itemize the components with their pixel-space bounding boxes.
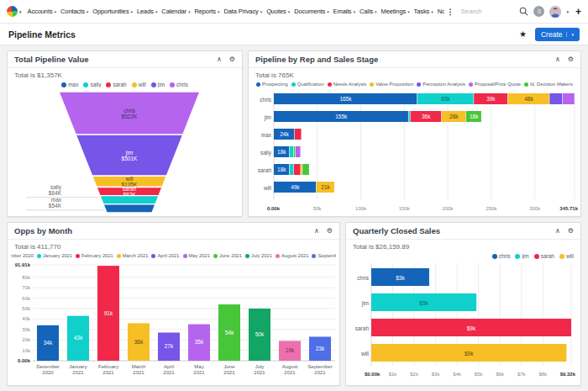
legend-item-needs-analysis[interactable]: Needs Analysis bbox=[328, 82, 367, 87]
chart-total-label: Total is 411,770 bbox=[14, 243, 60, 251]
legend-item-january-2021[interactable]: January 2021 bbox=[37, 253, 72, 258]
legend-item-perception-analysis[interactable]: Perception Analysis bbox=[417, 82, 465, 87]
search-icon[interactable] bbox=[519, 7, 528, 16]
funnel-segment-max[interactable] bbox=[103, 204, 155, 213]
legend-item-sally[interactable]: sally bbox=[83, 82, 101, 87]
legend-item-sarah[interactable]: sarah bbox=[106, 82, 126, 87]
legend-item-chris[interactable]: chris bbox=[170, 82, 188, 87]
y-axis-tick: 50k bbox=[22, 306, 31, 311]
more-menu-icon[interactable]: ⋮ bbox=[446, 8, 454, 16]
nav-item-contacts[interactable]: Contacts▾ bbox=[60, 8, 89, 15]
legend-item-proposal-price-quote[interactable]: Proposal/Price Quote bbox=[469, 82, 521, 87]
legend-item-value-proposition[interactable]: Value Proposition bbox=[370, 82, 413, 87]
legend-dot-icon bbox=[106, 82, 111, 87]
x-axis-tick: 100k bbox=[355, 206, 367, 211]
bar-segment-sally[interactable] bbox=[296, 146, 301, 157]
legend-item-prospecting[interactable]: Prospecting bbox=[256, 82, 288, 87]
legend-item-february-2021[interactable]: February 2021 bbox=[76, 253, 113, 258]
legend-item-qualification[interactable]: Qualification bbox=[291, 82, 324, 87]
bar-segment-value: 65k bbox=[441, 96, 450, 102]
user-menu-caret-icon[interactable]: ▾ bbox=[566, 9, 569, 14]
nav-item-calls[interactable]: Calls▾ bbox=[359, 8, 378, 15]
chevron-down-icon: ▾ bbox=[188, 9, 190, 14]
notification-badge[interactable]: 0 bbox=[533, 6, 544, 17]
collapse-chevron-icon[interactable]: ∧ bbox=[217, 56, 222, 63]
card-title: Quarterly Closed Sales bbox=[353, 226, 548, 235]
x-axis-tick: $5k bbox=[475, 372, 484, 377]
nav-item-data-privacy[interactable]: Data Privacy▾ bbox=[223, 8, 263, 15]
legend-item-december-2020[interactable]: December 2020 bbox=[11, 253, 34, 258]
bar-segment-max[interactable] bbox=[295, 129, 302, 140]
bar-value: $5k bbox=[419, 300, 428, 306]
legend-item-jim[interactable]: jim bbox=[151, 82, 165, 87]
funnel-segment-sally[interactable] bbox=[100, 196, 159, 204]
bar-segment-sarah[interactable] bbox=[301, 164, 302, 175]
create-caret-icon: ▾ bbox=[566, 32, 574, 37]
bar-segment-sarah[interactable] bbox=[302, 164, 309, 175]
legend-item-chris[interactable]: chris bbox=[492, 253, 511, 259]
nav-item-leads[interactable]: Leads▾ bbox=[136, 8, 158, 15]
nav-item-documents[interactable]: Documents▾ bbox=[293, 8, 329, 15]
legend-item-march-2021[interactable]: March 2021 bbox=[117, 253, 149, 258]
bar-value: $9k bbox=[467, 325, 476, 331]
collapse-chevron-icon[interactable]: ∧ bbox=[555, 56, 560, 63]
collapse-chevron-icon[interactable]: ∧ bbox=[314, 228, 319, 235]
nav-item-reports[interactable]: Reports▾ bbox=[193, 8, 220, 15]
x-category-year: 2020 bbox=[42, 370, 54, 375]
legend-item-june-2021[interactable]: June 2021 bbox=[213, 253, 242, 258]
funnel-segment-name: max bbox=[51, 197, 62, 203]
card-header: Total Pipeline Value ∧ ⚙ bbox=[8, 51, 242, 68]
x-axis-tick: 150k bbox=[399, 206, 411, 211]
quick-add-icon[interactable]: + bbox=[575, 6, 581, 18]
gear-icon[interactable]: ⚙ bbox=[327, 228, 333, 235]
bar-segment-chris[interactable] bbox=[549, 93, 562, 104]
legend-item-will[interactable]: will bbox=[559, 253, 574, 259]
x-axis-tick: $3k bbox=[432, 372, 441, 377]
legend-item-july-2021[interactable]: July 2021 bbox=[245, 253, 272, 258]
bar-segment-sally[interactable] bbox=[294, 146, 295, 157]
x-axis-tick: 0.00k bbox=[267, 206, 281, 211]
nav-item-quotes[interactable]: Quotes▾ bbox=[265, 8, 291, 15]
x-category-year: 2021 bbox=[163, 370, 175, 375]
chevron-down-icon: ▾ bbox=[55, 9, 56, 14]
nav-item-emails[interactable]: Emails▾ bbox=[333, 8, 356, 15]
legend-item-may-2021[interactable]: May 2021 bbox=[183, 253, 210, 258]
nav-item-meetings[interactable]: Meetings▾ bbox=[381, 8, 411, 15]
bar-segment-sarah[interactable] bbox=[294, 164, 301, 175]
legend-item-will[interactable]: will bbox=[132, 82, 146, 87]
legend-item-april-2021[interactable]: April 2021 bbox=[151, 253, 179, 258]
favorite-star-icon[interactable]: ★ bbox=[519, 29, 527, 39]
nav-item-accounts[interactable]: Accounts▾ bbox=[27, 8, 57, 15]
legend-item-sarah[interactable]: sarah bbox=[534, 253, 554, 259]
row-label: sally bbox=[260, 150, 272, 156]
legend-item-max[interactable]: max bbox=[61, 82, 78, 87]
x-axis-tick: $9.32k bbox=[560, 372, 576, 377]
create-button[interactable]: Create ▾ bbox=[535, 28, 580, 41]
legend-item-august-2021[interactable]: August 2021 bbox=[276, 253, 309, 258]
bar-segment-sarah[interactable] bbox=[290, 164, 294, 175]
x-category-label: March bbox=[132, 364, 146, 369]
collapse-chevron-icon[interactable]: ∧ bbox=[555, 228, 560, 235]
chart-total-label: Total is $1,357K bbox=[14, 71, 62, 79]
bar-segment-sally[interactable] bbox=[290, 146, 294, 157]
app-logo[interactable]: ▾ bbox=[7, 6, 22, 17]
x-category-year: 2021 bbox=[314, 370, 326, 375]
legend-item-jim[interactable]: jim bbox=[515, 253, 528, 259]
row-label: max bbox=[261, 132, 272, 138]
x-category-label: August bbox=[282, 364, 298, 369]
gear-icon[interactable]: ⚙ bbox=[568, 56, 574, 63]
gear-icon[interactable]: ⚙ bbox=[568, 228, 574, 235]
nav-item-opportunities[interactable]: Opportunities▾ bbox=[92, 8, 134, 15]
nav-item-tasks[interactable]: Tasks▾ bbox=[413, 8, 434, 15]
legend-item-id-decision-makers[interactable]: Id. Decision Makers bbox=[524, 82, 573, 87]
bar-segment-chris[interactable] bbox=[563, 93, 575, 104]
nav-item-calendar[interactable]: Calendar▾ bbox=[160, 8, 191, 15]
bar-segment-value: 165k bbox=[339, 96, 352, 102]
legend-item-september-2021[interactable]: September 2021 bbox=[312, 253, 336, 258]
bar-segment-jim[interactable] bbox=[409, 111, 410, 122]
gear-icon[interactable]: ⚙ bbox=[229, 56, 235, 63]
avatar[interactable] bbox=[549, 6, 561, 18]
search-input[interactable] bbox=[459, 7, 514, 16]
stacked-bar-chart: 0.00k50k100k150k200k250k300k345.71kchris… bbox=[249, 90, 580, 216]
nav-item-notes[interactable]: Notes▾ bbox=[437, 8, 445, 15]
